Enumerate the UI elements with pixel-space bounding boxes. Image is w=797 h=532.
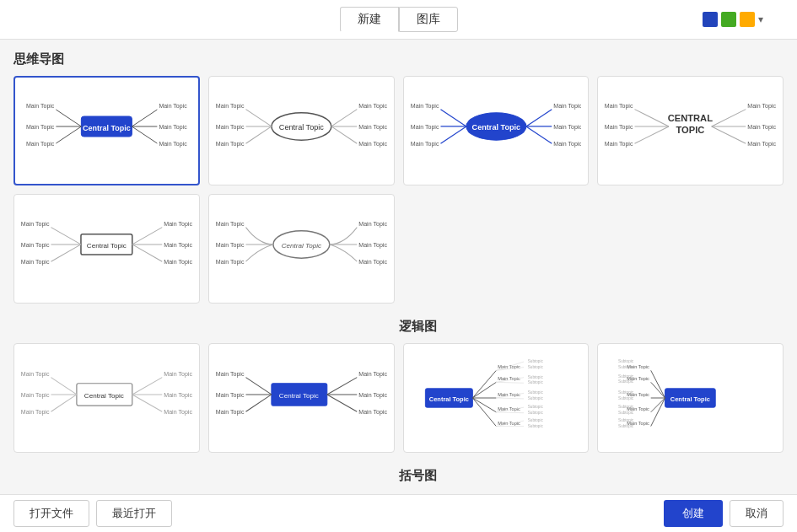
svg-text:Subtopic: Subtopic (527, 380, 543, 384)
svg-text:Main Topic: Main Topic (605, 141, 633, 148)
svg-line-94 (245, 378, 271, 395)
section-title-bracket: 括号图 (399, 468, 784, 484)
svg-text:Main Topic: Main Topic (216, 242, 245, 249)
svg-text:Main Topic: Main Topic (553, 141, 581, 148)
svg-text:Main Topic: Main Topic (164, 409, 191, 416)
swatch-dropdown-icon[interactable]: ▾ (758, 13, 763, 25)
mindmap-card-r2-2[interactable]: Central Topic Main Topic Main Topic Main… (208, 343, 395, 453)
create-button[interactable]: 创建 (664, 500, 723, 527)
mindmap-card-4[interactable]: CENTRAL TOPIC Main Topic Main Topic Main… (597, 76, 784, 185)
open-file-button[interactable]: 打开文件 (13, 500, 89, 527)
svg-text:Main Topic: Main Topic (553, 103, 581, 110)
mindmap-card-5[interactable]: Central Topic Main Topic Main Topic Main… (13, 194, 200, 304)
svg-text:Main Topic: Main Topic (26, 103, 55, 110)
tab-new[interactable]: 新建 (340, 7, 399, 32)
svg-line-34 (440, 126, 466, 143)
svg-text:Main Topic: Main Topic (748, 124, 776, 131)
svg-text:Subtopic: Subtopic (618, 418, 634, 422)
svg-line-54 (712, 126, 746, 143)
svg-line-146 (651, 398, 665, 412)
bottom-right-buttons: 创建 取消 (664, 500, 784, 527)
svg-text:Subtopic: Subtopic (618, 405, 634, 409)
svg-text:Main Topic: Main Topic (216, 141, 245, 148)
top-bar: 新建 图库 ▾ (0, 0, 797, 40)
main-content: 思维导图 Central Topic Main Topic Main Topic… (0, 40, 797, 496)
svg-text:Main Topic: Main Topic (164, 242, 191, 249)
svg-text:Subtopic: Subtopic (618, 396, 634, 400)
svg-text:Main Topic: Main Topic (358, 103, 386, 110)
top-tabs: 新建 图库 (340, 7, 458, 32)
svg-text:Main Topic: Main Topic (164, 221, 191, 228)
svg-text:Central Topic: Central Topic (87, 242, 127, 250)
svg-line-26 (331, 126, 357, 143)
svg-line-80 (51, 378, 76, 395)
recent-open-button[interactable]: 最近打开 (96, 500, 172, 527)
svg-text:Central Topic: Central Topic (279, 123, 324, 132)
svg-line-2 (56, 110, 81, 126)
svg-text:Subtopic: Subtopic (618, 365, 634, 369)
svg-text:Main Topic: Main Topic (164, 259, 191, 266)
svg-line-100 (327, 378, 357, 395)
svg-text:Subtopic: Subtopic (618, 424, 634, 428)
svg-text:Main Topic: Main Topic (411, 141, 439, 148)
cancel-button[interactable]: 取消 (730, 500, 784, 527)
svg-text:Subtopic: Subtopic (618, 390, 634, 395)
svg-text:Subtopic: Subtopic (527, 405, 543, 409)
svg-text:Subtopic: Subtopic (527, 365, 543, 369)
svg-text:Main Topic: Main Topic (358, 259, 386, 266)
svg-line-90 (132, 395, 162, 411)
svg-line-84 (51, 395, 76, 411)
logic-card-2[interactable]: Central Topic Main Topic Main Topic Main… (597, 343, 784, 453)
svg-text:Main Topic: Main Topic (164, 371, 191, 378)
svg-text:Main Topic: Main Topic (216, 103, 245, 110)
svg-text:Main Topic: Main Topic (498, 421, 520, 426)
mindmap-card-1[interactable]: Central Topic Main Topic Main Topic Main… (13, 76, 200, 185)
svg-line-86 (132, 378, 162, 395)
svg-text:Central Topic: Central Topic (281, 242, 320, 250)
mindmap-card-r2-1[interactable]: Central Topic Main Topic Main Topic Main… (13, 343, 200, 453)
swatch-green[interactable] (721, 12, 736, 27)
svg-line-135 (496, 412, 524, 413)
svg-text:Subtopic: Subtopic (527, 375, 543, 379)
svg-text:Main Topic: Main Topic (553, 124, 581, 131)
svg-line-68 (132, 245, 162, 261)
mindmap-card-6[interactable]: Central Topic Main Topic Main Topic Main… (208, 194, 395, 304)
tab-gallery[interactable]: 图库 (399, 7, 458, 32)
swatch-orange[interactable] (740, 12, 755, 27)
svg-text:Main Topic: Main Topic (159, 124, 187, 131)
svg-text:Main Topic: Main Topic (26, 141, 55, 148)
svg-text:Subtopic: Subtopic (618, 411, 634, 415)
svg-text:Subtopic: Subtopic (618, 379, 634, 384)
svg-text:Main Topic: Main Topic (21, 221, 50, 228)
svg-text:Main Topic: Main Topic (498, 392, 520, 397)
svg-text:Main Topic: Main Topic (358, 392, 386, 399)
svg-line-58 (51, 228, 80, 245)
svg-text:Central Topic: Central Topic (670, 395, 710, 403)
svg-line-6 (56, 126, 81, 143)
svg-text:Subtopic: Subtopic (527, 359, 543, 363)
svg-text:Central Topic: Central Topic (83, 124, 131, 132)
svg-line-20 (245, 126, 271, 143)
svg-line-114 (472, 398, 496, 412)
svg-text:Main Topic: Main Topic (216, 124, 245, 131)
mindmap-card-3[interactable]: Central Topic Main Topic Main Topic Main… (403, 76, 590, 185)
mindmap-card-2[interactable]: Central Topic Main Topic Main Topic Main… (208, 76, 395, 185)
svg-text:Main Topic: Main Topic (164, 392, 191, 399)
svg-text:Subtopic: Subtopic (618, 374, 634, 379)
svg-line-12 (132, 126, 157, 143)
svg-text:Subtopic: Subtopic (527, 390, 543, 395)
svg-line-40 (525, 126, 551, 143)
svg-line-36 (525, 110, 551, 126)
logic-cards-row: Central Topic Main Topic Main Topic Main… (13, 343, 784, 453)
swatch-blue[interactable] (703, 12, 718, 27)
svg-text:Subtopic: Subtopic (527, 396, 543, 400)
svg-text:Subtopic: Subtopic (527, 418, 543, 422)
svg-line-44 (635, 110, 670, 126)
svg-text:TOPIC: TOPIC (676, 125, 705, 135)
svg-text:Subtopic: Subtopic (618, 359, 634, 363)
svg-line-50 (712, 110, 746, 126)
logic-card-1[interactable]: Central Topic Main Topic Main Topic Main… (403, 343, 590, 453)
svg-line-116 (472, 398, 496, 427)
section-title-mindmap: 思维导图 (13, 51, 784, 67)
svg-text:Main Topic: Main Topic (21, 371, 50, 378)
